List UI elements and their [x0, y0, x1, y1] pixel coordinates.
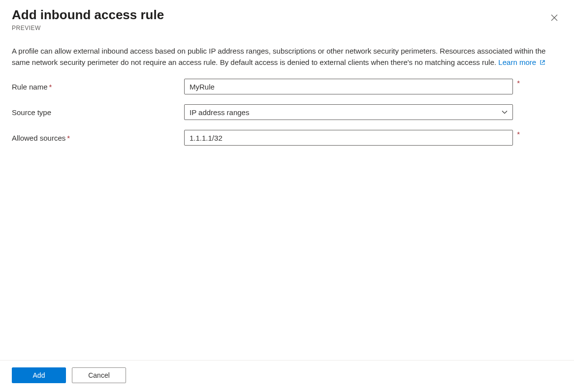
learn-more-link[interactable]: Learn more [498, 58, 545, 66]
required-indicator: * [67, 134, 70, 142]
page-title: Add inbound access rule [12, 7, 164, 24]
allowed-sources-label: Allowed sources* [12, 134, 184, 142]
allowed-sources-input[interactable] [184, 130, 513, 146]
source-type-label: Source type [12, 108, 184, 117]
preview-badge: PREVIEW [12, 25, 164, 31]
source-type-select[interactable] [184, 104, 513, 120]
external-link-icon [540, 60, 545, 65]
svg-line-2 [542, 60, 544, 63]
required-indicator: * [517, 79, 520, 87]
footer-bar: Add Cancel [0, 360, 574, 392]
close-icon [551, 14, 558, 21]
cancel-button[interactable]: Cancel [72, 367, 126, 383]
required-indicator: * [517, 130, 520, 138]
rule-name-label: Rule name* [12, 83, 184, 91]
required-indicator: * [49, 83, 52, 91]
rule-name-input[interactable] [184, 79, 513, 94]
close-button[interactable] [546, 10, 562, 26]
description-text: A profile can allow external inbound acc… [12, 45, 558, 68]
add-button[interactable]: Add [12, 367, 66, 383]
